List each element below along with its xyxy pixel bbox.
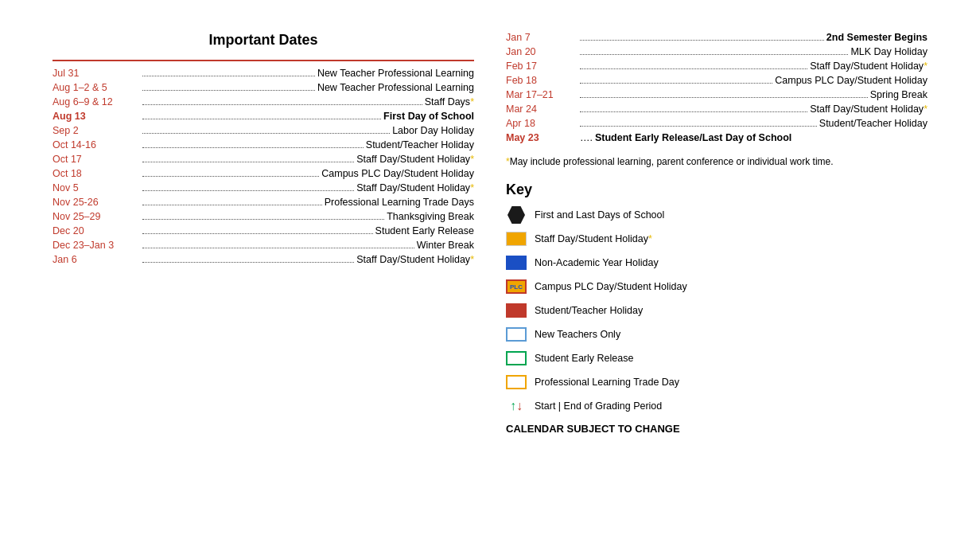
dot-separator bbox=[142, 154, 354, 162]
key-item-student-teacher: Student/Teacher Holiday bbox=[506, 302, 928, 319]
date-label: Dec 20 bbox=[52, 225, 140, 236]
dot-separator bbox=[142, 211, 384, 220]
list-item: Aug 1–2 & 5 New Teacher Professional Lea… bbox=[52, 82, 474, 93]
list-item: Jul 31 New Teacher Professional Learning bbox=[52, 68, 474, 79]
event-name: Student/Teacher Holiday bbox=[819, 118, 928, 129]
date-label: Feb 18 bbox=[506, 75, 578, 86]
key-label: Campus PLC Day/Student Holiday bbox=[535, 281, 687, 292]
outline-yellow-rect-icon bbox=[506, 373, 527, 391]
key-item-non-academic: Non-Academic Year Holiday bbox=[506, 254, 928, 271]
list-item: Feb 17 Staff Day/Student Holiday* bbox=[506, 61, 928, 72]
footnote-text: May include professional learning, paren… bbox=[510, 156, 834, 167]
key-label: Staff Day/Student Holiday* bbox=[535, 233, 652, 244]
list-item: Oct 14-16 Student/Teacher Holiday bbox=[52, 139, 474, 150]
arrow-down-icon: ↓ bbox=[516, 399, 523, 413]
dot-separator bbox=[142, 225, 373, 234]
date-label: Nov 5 bbox=[52, 182, 140, 193]
date-label: Nov 25-26 bbox=[52, 197, 140, 208]
date-label: Apr 18 bbox=[506, 118, 578, 129]
dot-separator bbox=[580, 97, 868, 98]
key-item-grading-period: ↑ ↓ Start | End of Grading Period bbox=[506, 397, 928, 415]
key-label: First and Last Days of School bbox=[535, 209, 664, 221]
key-label: Student/Teacher Holiday bbox=[535, 305, 643, 316]
dot-separator bbox=[142, 240, 414, 248]
key-item-first-last: First and Last Days of School bbox=[506, 206, 928, 224]
key-label: New Teachers Only bbox=[535, 329, 620, 340]
key-item-early-release: Student Early Release bbox=[506, 350, 928, 367]
list-item: Nov 25-26 Professional Learning Trade Da… bbox=[52, 197, 474, 208]
event-name: Staff Day/Student Holiday* bbox=[810, 61, 928, 72]
key-item-staff-day: Staff Day/Student Holiday* bbox=[506, 230, 928, 248]
event-name: New Teacher Professional Learning bbox=[317, 82, 474, 93]
main-container: Important Dates Jul 31 New Teacher Profe… bbox=[52, 32, 928, 435]
list-item: Jan 7 2nd Semester Begins bbox=[506, 32, 928, 43]
arrow-up-icon: ↑ bbox=[510, 399, 516, 413]
left-date-list: Jul 31 New Teacher Professional Learning… bbox=[52, 68, 474, 265]
plc-icon: PLC bbox=[506, 278, 527, 295]
dot-separator bbox=[142, 82, 315, 91]
dot-separator bbox=[142, 125, 390, 134]
event-name: Labor Day Holiday bbox=[392, 125, 474, 136]
date-label: Feb 17 bbox=[506, 61, 578, 72]
date-label: Jul 31 bbox=[52, 68, 140, 79]
date-label: Jan 6 bbox=[52, 254, 140, 265]
event-name: Professional Learning Trade Days bbox=[325, 197, 474, 208]
date-label: Jan 7 bbox=[506, 32, 578, 43]
list-item: Oct 18 Campus PLC Day/Student Holiday bbox=[52, 168, 474, 179]
date-label: Mar 17–21 bbox=[506, 89, 578, 100]
date-label: Dec 23–Jan 3 bbox=[52, 240, 140, 251]
dot-separator bbox=[142, 197, 322, 205]
key-item-trade-day: Professional Learning Trade Day bbox=[506, 373, 928, 391]
left-column: Important Dates Jul 31 New Teacher Profe… bbox=[52, 32, 474, 435]
event-name: Thanksgiving Break bbox=[387, 211, 474, 222]
event-name: Campus PLC Day/Student Holiday bbox=[321, 168, 474, 179]
key-list: First and Last Days of School Staff Day/… bbox=[506, 206, 928, 415]
event-name: Staff Days* bbox=[425, 96, 474, 107]
dot-separator bbox=[142, 139, 364, 148]
dot-separator bbox=[580, 111, 807, 112]
dot-separator bbox=[580, 83, 772, 84]
key-item-plc: PLC Campus PLC Day/Student Holiday bbox=[506, 278, 928, 295]
dot-separator: …. bbox=[580, 132, 593, 143]
arrows-icon: ↑ ↓ bbox=[506, 397, 527, 415]
section-title: Important Dates bbox=[52, 32, 474, 49]
event-name: Student/Teacher Holiday bbox=[366, 139, 474, 150]
date-label: Aug 13 bbox=[52, 111, 140, 122]
event-name: Staff Day/Student Holiday* bbox=[356, 182, 474, 193]
list-item: Mar 17–21 Spring Break bbox=[506, 89, 928, 100]
event-name: Staff Day/Student Holiday* bbox=[810, 104, 928, 115]
dot-separator bbox=[142, 68, 315, 76]
key-title: Key bbox=[506, 182, 928, 198]
hexagon-icon bbox=[506, 206, 527, 224]
event-name: Staff Day/Student Holiday* bbox=[356, 254, 474, 265]
list-item: Aug 6–9 & 12 Staff Days* bbox=[52, 96, 474, 107]
dot-separator bbox=[142, 111, 381, 119]
date-label: Aug 1–2 & 5 bbox=[52, 82, 140, 93]
outline-green-rect-icon bbox=[506, 350, 527, 367]
event-name: Winter Break bbox=[417, 240, 474, 251]
list-item: Mar 24 Staff Day/Student Holiday* bbox=[506, 104, 928, 115]
dot-separator bbox=[142, 182, 354, 191]
dot-separator bbox=[580, 126, 817, 127]
key-label: Non-Academic Year Holiday bbox=[535, 257, 659, 268]
dot-separator bbox=[580, 68, 807, 69]
list-item: Aug 13 First Day of School bbox=[52, 111, 474, 122]
list-item: Apr 18 Student/Teacher Holiday bbox=[506, 118, 928, 129]
event-name: MLK Day Holiday bbox=[850, 46, 928, 57]
dot-separator bbox=[142, 96, 422, 105]
list-item: Dec 23–Jan 3 Winter Break bbox=[52, 240, 474, 251]
right-column: Jan 7 2nd Semester Begins Jan 20 MLK Day… bbox=[506, 32, 928, 435]
right-date-list: Jan 7 2nd Semester Begins Jan 20 MLK Day… bbox=[506, 32, 928, 143]
event-name: Campus PLC Day/Student Holiday bbox=[775, 75, 928, 86]
event-name: New Teacher Professional Learning bbox=[317, 68, 474, 79]
key-label: Student Early Release bbox=[535, 353, 633, 364]
date-label: Oct 14-16 bbox=[52, 139, 140, 150]
date-label: Nov 25–29 bbox=[52, 211, 140, 222]
event-name: Student Early Release bbox=[375, 225, 474, 236]
key-item-new-teachers: New Teachers Only bbox=[506, 326, 928, 343]
date-label: Jan 20 bbox=[506, 46, 578, 57]
date-label: Oct 17 bbox=[52, 154, 140, 165]
list-item: Sep 2 Labor Day Holiday bbox=[52, 125, 474, 136]
event-name: First Day of School bbox=[383, 111, 474, 122]
event-name: Staff Day/Student Holiday* bbox=[356, 154, 474, 165]
